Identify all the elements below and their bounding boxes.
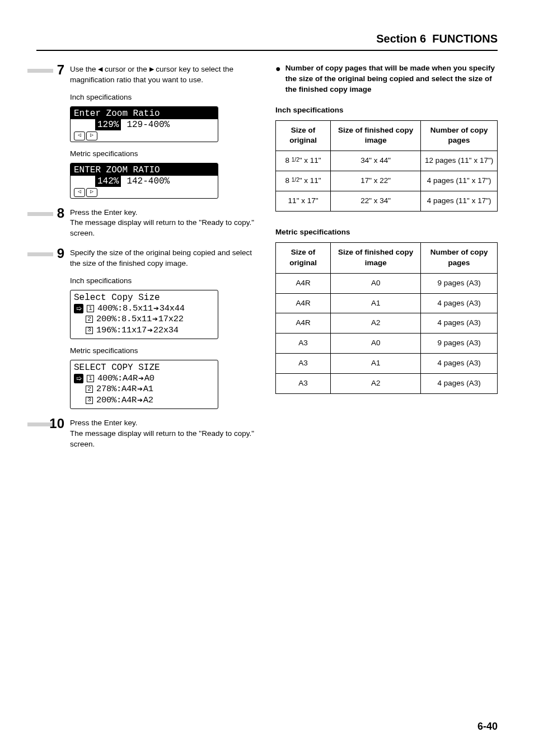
- spec-heading: Inch specifications: [275, 105, 498, 116]
- spec-heading: Metric specifications: [275, 227, 498, 238]
- lcd-metric-zoom: ENTER ZOOM RATIO 142% 142-400% ◁ ▷: [70, 163, 218, 199]
- lcd-left-key-icon: ◁: [74, 132, 85, 140]
- lcd-title: SELECT COPY SIZE: [74, 362, 214, 373]
- metric-table: Size of original Size of finished copy i…: [275, 242, 498, 394]
- table-row: 11" x 17" 22" x 34" 4 pages (11" x 17"): [276, 191, 498, 212]
- lcd-inch-zoom: Enter Zoom Ratio 129% 129-400% ◁ ▷: [70, 106, 218, 142]
- spec-label: Inch specifications: [70, 92, 259, 103]
- lcd-row: 2 200%:8.5x11➔17x22: [74, 314, 214, 325]
- step-10: 10 Press the Enter key. The message disp…: [36, 417, 259, 450]
- lcd-title: Enter Zoom Ratio: [71, 107, 218, 119]
- lcd-row: 2 278%:A4R➔A1: [74, 384, 214, 395]
- lcd-right-key-icon: ▷: [86, 132, 97, 140]
- step-body: Use the ◀ cursor or the ▶ cursor key to …: [70, 63, 259, 199]
- left-column: 7 Use the ◀ cursor or the ▶ cursor key t…: [36, 63, 259, 456]
- option-number: 3: [86, 397, 93, 404]
- lcd-row: ➯ 1 400%:A4R➔A0: [74, 373, 214, 384]
- arrow-right-icon: ➔: [153, 304, 160, 312]
- lcd-value: 129%: [95, 119, 121, 130]
- step-number: 10: [36, 417, 70, 430]
- pointer-icon: ➯: [74, 304, 83, 313]
- inch-table: Size of original Size of finished copy i…: [275, 120, 498, 212]
- step-number: 9: [36, 247, 70, 260]
- lcd-range: 142-400%: [127, 176, 170, 187]
- th-pages: Number of copy pages: [421, 242, 498, 273]
- arrow-right-icon: ➔: [138, 374, 144, 382]
- step-number: 7: [36, 63, 70, 77]
- spec-label: Metric specifications: [70, 149, 259, 159]
- step-body: Specify the size of the original being c…: [70, 247, 259, 409]
- lcd-right-key-icon: ▷: [86, 188, 97, 197]
- step-9: 9 Specify the size of the original being…: [36, 247, 259, 409]
- bullet-icon: ●: [275, 63, 281, 95]
- table-row: A4RA24 pages (A3): [276, 313, 498, 334]
- page-number: 6-40: [477, 720, 498, 734]
- step-number: 8: [36, 206, 70, 220]
- step-body: Press the Enter key. The message display…: [70, 417, 259, 450]
- table-row: 8 1/2" x 11" 34" x 44" 12 pages (11" x 1…: [276, 151, 498, 171]
- bullet-heading: ● Number of copy pages that will be made…: [275, 63, 498, 95]
- th-original: Size of original: [276, 120, 331, 151]
- option-number: 2: [86, 386, 93, 393]
- step-body: Press the Enter key. The message display…: [70, 206, 259, 240]
- arrow-right-icon: ➔: [147, 326, 153, 334]
- spec-label: Metric specifications: [70, 346, 259, 356]
- right-column: ● Number of copy pages that will be made…: [275, 63, 498, 456]
- th-finished: Size of finished copy image: [331, 242, 421, 273]
- table-row: 8 1/2" x 11" 17" x 22" 4 pages (11" x 17…: [276, 171, 498, 191]
- option-number: 2: [86, 316, 93, 323]
- lcd-title: ENTER ZOOM RATIO: [71, 163, 218, 176]
- pointer-icon: ➯: [74, 374, 83, 383]
- option-number: 1: [87, 305, 94, 312]
- table-row: A3A09 pages (A3): [276, 334, 498, 354]
- th-finished: Size of finished copy image: [331, 120, 421, 151]
- bullet-text: Number of copy pages that will be made w…: [285, 63, 498, 95]
- lcd-metric-copysize: SELECT COPY SIZE ➯ 1 400%:A4R➔A0 2 278%:…: [70, 360, 218, 409]
- step-8: 8 Press the Enter key. The message displ…: [36, 206, 259, 240]
- lcd-row: 3 196%:11x17➔22x34: [74, 325, 214, 336]
- th-pages: Number of copy pages: [421, 120, 498, 151]
- cursor-right-icon: ▶: [149, 65, 154, 73]
- table-row: A3A14 pages (A3): [276, 354, 498, 374]
- table-row: A4RA14 pages (A3): [276, 293, 498, 313]
- table-row: A3A24 pages (A3): [276, 374, 498, 394]
- step-7: 7 Use the ◀ cursor or the ▶ cursor key t…: [36, 63, 259, 199]
- lcd-row: 3 200%:A4R➔A2: [74, 395, 214, 406]
- section-title: FUNCTIONS: [432, 32, 498, 45]
- table-row: A4RA09 pages (A3): [276, 273, 498, 293]
- option-number: 1: [87, 375, 94, 382]
- lcd-left-key-icon: ◁: [74, 188, 85, 197]
- option-number: 3: [86, 327, 93, 334]
- lcd-row: ➯ 1 400%:8.5x11➔34x44: [74, 303, 214, 314]
- section-label: Section 6: [376, 32, 426, 45]
- lcd-value: 142%: [95, 176, 121, 187]
- page-header: Section 6 FUNCTIONS: [36, 31, 498, 51]
- lcd-range: 129-400%: [127, 119, 170, 130]
- th-original: Size of original: [276, 242, 331, 273]
- arrow-right-icon: ➔: [137, 385, 143, 393]
- arrow-right-icon: ➔: [152, 315, 158, 323]
- arrow-right-icon: ➔: [137, 396, 143, 404]
- lcd-title: Select Copy Size: [74, 292, 214, 303]
- lcd-inch-copysize: Select Copy Size ➯ 1 400%:8.5x11➔34x44 2…: [70, 290, 218, 339]
- spec-label: Inch specifications: [70, 276, 259, 287]
